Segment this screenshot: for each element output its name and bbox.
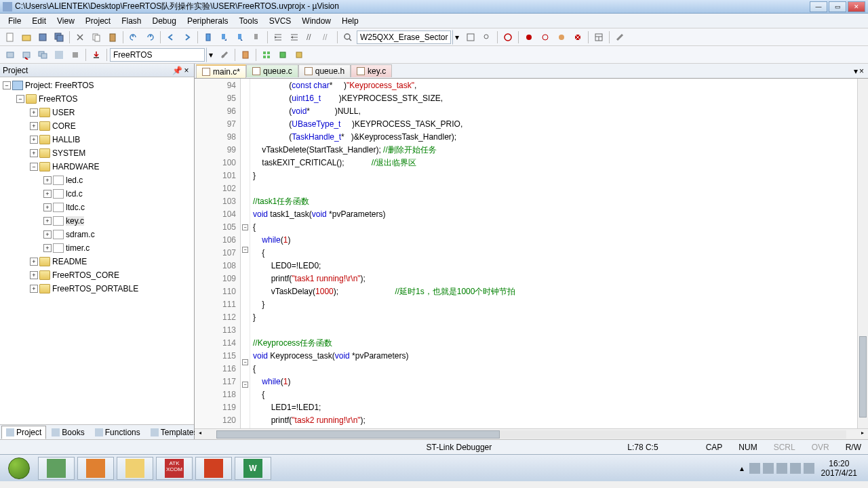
find-select[interactable]: W25QXX_Erase_Sector xyxy=(357,30,451,44)
outdent-icon[interactable] xyxy=(287,30,302,45)
fold-column[interactable]: − − − − xyxy=(241,79,250,428)
close-button[interactable]: ✕ xyxy=(848,1,865,12)
start-button[interactable] xyxy=(3,456,35,481)
taskbar-clock[interactable]: 16:20 2017/4/21 xyxy=(817,459,861,478)
tray-volume-icon[interactable] xyxy=(790,463,801,474)
tree-group-user[interactable]: + USER xyxy=(0,106,194,119)
bookmark-next-icon[interactable] xyxy=(233,30,248,45)
menu-help[interactable]: Help xyxy=(336,15,364,27)
tree-toggle-icon[interactable]: − xyxy=(3,81,11,89)
menu-edit[interactable]: Edit xyxy=(26,15,52,27)
download-icon[interactable] xyxy=(89,47,104,62)
code-editor[interactable]: 9495969798991001011021031041051061071081… xyxy=(195,79,868,428)
menu-window[interactable]: Window xyxy=(296,15,336,27)
find-dropdown-icon[interactable]: ▾ xyxy=(452,30,462,45)
bookmark-prev-icon[interactable] xyxy=(217,30,232,45)
tree-group-core[interactable]: + CORE xyxy=(0,119,194,133)
build-icon[interactable] xyxy=(19,47,34,62)
uncomment-icon[interactable]: // xyxy=(319,30,334,45)
tree-group-top[interactable]: − FreeRTOS xyxy=(0,92,194,106)
tray-network-icon[interactable] xyxy=(776,463,787,474)
panel-close-icon[interactable]: × xyxy=(182,66,191,75)
tree-toggle-icon[interactable]: + xyxy=(43,230,52,239)
menu-file[interactable]: File xyxy=(3,15,26,27)
cut-icon[interactable] xyxy=(73,30,87,45)
tree-group-system[interactable]: + SYSTEM xyxy=(0,146,194,160)
rebuild-icon[interactable] xyxy=(35,47,50,62)
save-icon[interactable] xyxy=(35,30,50,45)
debug-icon[interactable] xyxy=(500,30,515,45)
paste-icon[interactable] xyxy=(105,30,120,45)
tree-toggle-icon[interactable]: + xyxy=(43,176,52,184)
menu-debug[interactable]: Debug xyxy=(147,15,182,27)
tree-toggle-icon[interactable]: − xyxy=(16,95,24,103)
tree-toggle-icon[interactable]: + xyxy=(43,244,52,252)
save-all-icon[interactable] xyxy=(52,30,66,45)
ptab-functions[interactable]: Functions xyxy=(90,426,145,439)
stop-build-icon[interactable] xyxy=(68,47,83,62)
bookmark-clear-icon[interactable] xyxy=(250,30,264,45)
tray-icon[interactable] xyxy=(749,463,760,474)
hscroll-track[interactable] xyxy=(216,430,846,439)
tree-toggle-icon[interactable]: + xyxy=(30,136,38,144)
tree-toggle-icon[interactable]: + xyxy=(43,190,52,198)
breakpoint-disable-icon[interactable] xyxy=(554,30,569,45)
breakpoint-kill-icon[interactable] xyxy=(570,30,585,45)
nav-forward-icon[interactable] xyxy=(180,30,195,45)
find-icon[interactable] xyxy=(340,30,355,45)
tree-toggle-icon[interactable]: + xyxy=(30,285,38,293)
tree-file[interactable]: + key.c xyxy=(0,214,194,228)
tree-group-readme[interactable]: + README xyxy=(0,255,194,268)
tree-toggle-icon[interactable]: + xyxy=(30,149,38,157)
incremental-find-icon[interactable] xyxy=(479,30,494,45)
menu-peripherals[interactable]: Peripherals xyxy=(182,15,234,27)
tree-toggle-icon[interactable]: − xyxy=(30,163,38,171)
vertical-scrollbar[interactable] xyxy=(857,79,868,428)
ptab-project[interactable]: Project xyxy=(1,426,46,439)
menu-view[interactable]: View xyxy=(52,15,80,27)
target-dropdown-icon[interactable]: ▾ xyxy=(206,47,216,62)
taskbar-app-5[interactable] xyxy=(195,457,232,480)
tab-close-icon[interactable]: × xyxy=(859,66,864,76)
minimize-button[interactable]: — xyxy=(810,1,827,12)
menu-tools[interactable]: Tools xyxy=(234,15,264,27)
ptab-templates[interactable]: Templates xyxy=(146,426,203,439)
breakpoint-insert-icon[interactable] xyxy=(521,30,536,45)
new-file-icon[interactable] xyxy=(3,30,18,45)
comment-icon[interactable]: // xyxy=(303,30,318,45)
tree-toggle-icon[interactable]: + xyxy=(30,108,38,117)
pin-icon[interactable]: 📌 xyxy=(172,66,182,75)
tree-root[interactable]: − Project: FreeRTOS xyxy=(0,79,194,92)
tree-file[interactable]: + lcd.c xyxy=(0,187,194,201)
tree-toggle-icon[interactable]: + xyxy=(30,258,38,266)
configure-icon[interactable] xyxy=(612,30,627,45)
target-select[interactable]: FreeRTOS xyxy=(110,48,205,62)
hscroll-thumb[interactable] xyxy=(216,430,500,439)
taskbar-app-1[interactable] xyxy=(38,457,75,480)
tray-icon[interactable] xyxy=(804,463,814,474)
tree-toggle-icon[interactable]: + xyxy=(30,122,38,130)
project-tree[interactable]: − Project: FreeRTOS − FreeRTOS + USER + … xyxy=(0,77,194,424)
scrollbar-thumb[interactable] xyxy=(859,336,867,418)
undo-icon[interactable] xyxy=(126,30,141,45)
open-file-icon[interactable] xyxy=(19,30,34,45)
taskbar-app-2[interactable] xyxy=(77,457,114,480)
menu-project[interactable]: Project xyxy=(80,15,116,27)
redo-icon[interactable] xyxy=(142,30,157,45)
tree-file[interactable]: + led.c xyxy=(0,174,194,187)
tree-file[interactable]: + sdram.c xyxy=(0,228,194,241)
editor-tab-queue-h[interactable]: queue.h xyxy=(298,64,351,77)
tree-group-hallib[interactable]: + HALLIB xyxy=(0,133,194,146)
breakpoint-toggle-icon[interactable] xyxy=(538,30,553,45)
manage-components-icon[interactable] xyxy=(259,47,274,62)
maximize-button[interactable]: ▭ xyxy=(829,1,846,12)
tree-group-rtos-core[interactable]: + FreeRTOS_CORE xyxy=(0,268,194,282)
tree-toggle-icon[interactable]: + xyxy=(43,217,52,225)
scroll-left-icon[interactable]: ◂ xyxy=(195,430,205,439)
translate-icon[interactable] xyxy=(3,47,18,62)
editor-tab-key-c[interactable]: key.c xyxy=(351,64,392,77)
menu-svcs[interactable]: SVCS xyxy=(264,15,297,27)
tab-dropdown-icon[interactable]: ▾ xyxy=(854,66,858,76)
indent-icon[interactable] xyxy=(271,30,285,45)
code-content[interactable]: (const char* )"Keyprocess_task", (uint16… xyxy=(250,79,857,428)
